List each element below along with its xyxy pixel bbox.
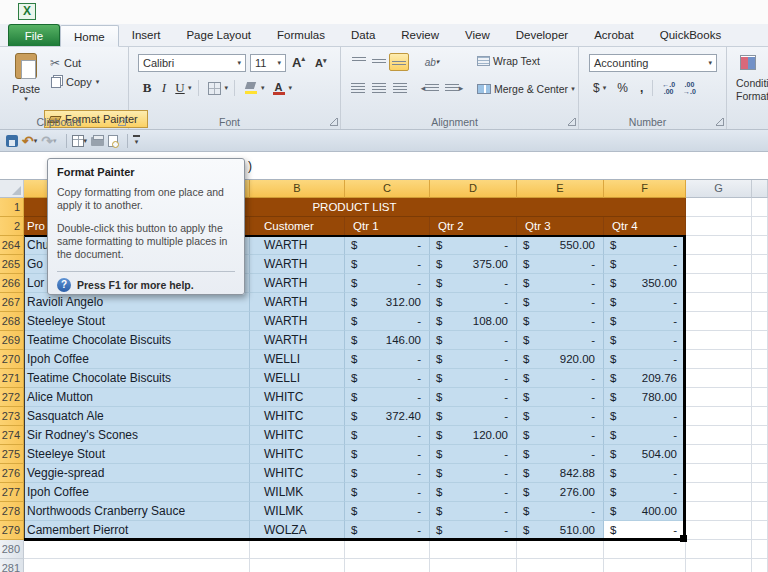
cell[interactable] [517, 540, 604, 559]
decrease-decimal-button[interactable]: .00 →.0 [683, 81, 696, 95]
fill-handle[interactable] [680, 535, 687, 542]
cell[interactable] [430, 540, 517, 559]
quick-print-button[interactable] [91, 135, 104, 146]
cell[interactable] [345, 540, 430, 559]
merge-center-button[interactable]: Merge & Center ▾ [477, 83, 575, 95]
row-header[interactable]: 278 [0, 502, 24, 521]
product-cell[interactable]: Teatime Chocolate Biscuits [24, 331, 250, 350]
customer-cell[interactable]: WHITC [250, 445, 345, 464]
qtr2-cell[interactable]: $- [430, 502, 517, 521]
qtr1-cell[interactable]: $- [345, 388, 430, 407]
cell[interactable] [686, 464, 752, 483]
customer-cell[interactable]: WARTH [250, 255, 345, 274]
cell[interactable] [686, 293, 752, 312]
qtr2-cell[interactable]: $- [430, 483, 517, 502]
customer-cell[interactable]: WHITC [250, 426, 345, 445]
cell[interactable] [686, 407, 752, 426]
row-header[interactable]: 270 [0, 350, 24, 369]
cell[interactable] [686, 426, 752, 445]
tab-page-layout[interactable]: Page Layout [173, 24, 264, 46]
qtr3-cell[interactable]: $- [517, 255, 604, 274]
paste-button[interactable]: Paste ▾ [7, 51, 45, 121]
qtr3-cell[interactable]: $276.00 [517, 483, 604, 502]
conditional-formatting-button[interactable]: Conditional Formatting [736, 77, 768, 103]
cell[interactable] [686, 255, 752, 274]
qtr4-cell[interactable]: $- [604, 312, 686, 331]
qtr3-cell[interactable]: $- [517, 369, 604, 388]
comma-format-button[interactable]: , [636, 79, 647, 97]
cell[interactable] [752, 331, 768, 350]
chevron-down-icon[interactable]: ▾ [289, 84, 293, 92]
qtr3-cell[interactable]: $- [517, 331, 604, 350]
qtr2-cell[interactable]: $- [430, 388, 517, 407]
qtr1-header-cell[interactable]: Qtr 1 [345, 217, 430, 236]
qtr2-cell[interactable]: $- [430, 407, 517, 426]
align-right-button[interactable] [389, 79, 409, 97]
customer-cell[interactable]: WILMK [250, 483, 345, 502]
qtr4-cell[interactable]: $- [604, 293, 686, 312]
column-header-f[interactable]: F [604, 180, 686, 198]
row-header[interactable]: 280 [0, 540, 24, 559]
copy-button[interactable]: Copy ▾ [50, 72, 99, 91]
qtr1-cell[interactable]: $- [345, 445, 430, 464]
cell[interactable] [752, 236, 768, 255]
qtr3-cell[interactable]: $- [517, 426, 604, 445]
qtr4-header-cell[interactable]: Qtr 4 [604, 217, 686, 236]
cell[interactable] [752, 198, 768, 217]
column-header-e[interactable]: E [517, 180, 604, 198]
increase-decimal-button[interactable]: ←.0 .00 [662, 81, 675, 95]
row-header[interactable]: 275 [0, 445, 24, 464]
customer-header-cell[interactable]: Customer [250, 217, 345, 236]
alignment-dialog-launcher-icon[interactable] [568, 118, 576, 126]
product-cell[interactable]: Sir Rodney's Scones [24, 426, 250, 445]
qtr1-cell[interactable]: $- [345, 274, 430, 293]
cell[interactable] [752, 540, 768, 559]
select-all-button[interactable] [0, 180, 24, 198]
row-header[interactable]: 269 [0, 331, 24, 350]
qtr4-cell[interactable]: $209.76 [604, 369, 686, 388]
cell[interactable] [686, 540, 752, 559]
customer-cell[interactable]: WARTH [250, 236, 345, 255]
cell[interactable] [752, 445, 768, 464]
row-header[interactable]: 281 [0, 559, 24, 572]
cell[interactable] [604, 540, 686, 559]
qtr4-cell[interactable]: $- [604, 483, 686, 502]
row-header[interactable]: 2 [0, 217, 24, 236]
qtr4-cell[interactable]: $- [604, 426, 686, 445]
print-preview-button[interactable] [108, 135, 118, 147]
cell[interactable] [752, 293, 768, 312]
borders-button[interactable] [205, 79, 225, 97]
orientation-button[interactable]: ab ▾ [419, 53, 445, 71]
cell[interactable] [250, 540, 345, 559]
qtr3-cell[interactable]: $- [517, 293, 604, 312]
column-header-b[interactable]: B [250, 180, 345, 198]
cell[interactable] [686, 274, 752, 293]
tab-acrobat[interactable]: Acrobat [581, 24, 647, 46]
tab-insert[interactable]: Insert [119, 24, 174, 46]
customer-cell[interactable]: WELLI [250, 369, 345, 388]
customer-cell[interactable]: WHITC [250, 464, 345, 483]
qtr4-cell[interactable]: $350.00 [604, 274, 686, 293]
column-header-c[interactable]: C [345, 180, 430, 198]
cell[interactable] [250, 559, 345, 572]
cell[interactable] [686, 445, 752, 464]
qtr2-cell[interactable]: $- [430, 293, 517, 312]
qtr3-cell[interactable]: $- [517, 407, 604, 426]
cell[interactable] [686, 483, 752, 502]
customer-cell[interactable]: WARTH [250, 331, 345, 350]
row-header[interactable]: 272 [0, 388, 24, 407]
font-dialog-launcher-icon[interactable] [330, 118, 338, 126]
increase-indent-button[interactable]: ▸ [443, 79, 465, 97]
customer-cell[interactable]: WHITC [250, 388, 345, 407]
underline-button[interactable]: U [172, 79, 188, 97]
qtr4-cell[interactable]: $- [604, 331, 686, 350]
borders-quick-button[interactable]: ▾ [72, 135, 88, 147]
cell[interactable] [752, 255, 768, 274]
row-header[interactable]: 266 [0, 274, 24, 293]
row-header[interactable]: 265 [0, 255, 24, 274]
qtr1-cell[interactable]: $146.00 [345, 331, 430, 350]
product-cell[interactable]: Steeleye Stout [24, 445, 250, 464]
qtr3-cell[interactable]: $842.88 [517, 464, 604, 483]
cell[interactable] [686, 350, 752, 369]
qtr2-cell[interactable]: $- [430, 236, 517, 255]
